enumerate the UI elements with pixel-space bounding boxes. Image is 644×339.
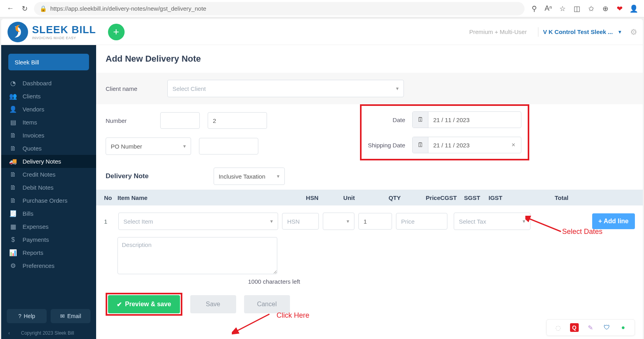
- browser-star-icon[interactable]: ☆: [555, 2, 570, 16]
- item-select[interactable]: Select Item ▼: [118, 213, 278, 230]
- user-name[interactable]: V K Control Test Sleek ...: [543, 28, 613, 35]
- browser-profile-icon[interactable]: 👤: [627, 2, 641, 16]
- sidebar-item-preferences[interactable]: ⚙Preferences: [1, 259, 96, 272]
- table-row: 1 Select Item ▼ ▼ Select Tax ▼ + Add lin…: [96, 205, 643, 237]
- ext-icon-green[interactable]: ●: [619, 323, 627, 332]
- grid-icon: ▦: [8, 223, 18, 230]
- email-button[interactable]: ✉Email: [51, 309, 91, 323]
- add-line-button[interactable]: + Add line: [592, 213, 635, 229]
- price-input[interactable]: [396, 213, 447, 230]
- browser-icon-1[interactable]: ⚲: [527, 2, 541, 16]
- taxation-select[interactable]: Inclusive Taxation ▼: [214, 168, 285, 185]
- ext-icon-q[interactable]: Q: [570, 323, 579, 332]
- lock-icon: 🔒: [40, 5, 47, 12]
- sidebar-item-expenses[interactable]: ▦Expenses: [1, 220, 96, 233]
- sidebar-item-debit-notes[interactable]: 🗎Debit Notes: [1, 181, 96, 194]
- app-logo[interactable]: SLEEK BILL INVOICING MADE EASY: [7, 21, 96, 43]
- clear-icon[interactable]: ×: [511, 141, 521, 149]
- browser-split-icon[interactable]: ◫: [570, 2, 584, 16]
- sidebar-item-delivery-notes[interactable]: 🚚Delivery Notes: [1, 155, 96, 168]
- tax-select[interactable]: Select Tax ▼: [454, 213, 530, 230]
- help-button[interactable]: ?Help: [7, 309, 47, 323]
- client-label: Client name: [106, 85, 167, 92]
- number-prefix-input[interactable]: [160, 112, 200, 129]
- qty-input[interactable]: [358, 213, 392, 230]
- sidebar-item-credit-notes[interactable]: 🗎Credit Notes: [1, 168, 96, 181]
- sidebar-brand[interactable]: Sleek Bill: [8, 54, 89, 70]
- divider: [538, 27, 538, 37]
- sidebar-item-dashboard[interactable]: ◔Dashboard: [1, 77, 96, 90]
- refresh-button[interactable]: ↻: [17, 2, 32, 16]
- chevron-down-icon: ▼: [182, 144, 187, 149]
- plus-icon: +: [599, 218, 602, 225]
- logo-mark-icon: [7, 21, 29, 43]
- chars-left: 1000 characters left: [117, 276, 635, 285]
- sliders-icon: ⚙: [8, 262, 18, 269]
- sidebar-item-purchase-orders[interactable]: 🗎Purchase Orders: [1, 194, 96, 207]
- new-button[interactable]: +: [108, 24, 125, 40]
- chevron-down-icon: ▼: [395, 86, 400, 91]
- browser-collections-icon[interactable]: ⊕: [598, 2, 612, 16]
- preview-save-button[interactable]: ✔ Preview & save: [108, 295, 180, 313]
- mail-icon: ✉: [60, 313, 65, 319]
- sidebar-item-vendors[interactable]: 👤Vendors: [1, 103, 96, 116]
- date-label: Date: [393, 117, 405, 123]
- check-icon: ✔: [117, 301, 122, 308]
- chevron-down-icon: ▼: [269, 219, 274, 224]
- po-icon: 🗎: [8, 197, 18, 204]
- extension-toolbar: ◌ Q ✎ 🛡 ●: [546, 319, 635, 336]
- ext-icon-feather[interactable]: ✎: [586, 323, 595, 332]
- po-select[interactable]: PO Number ▼: [106, 137, 191, 155]
- dollar-icon: $: [8, 236, 18, 243]
- description-textarea[interactable]: [117, 237, 277, 274]
- number-input[interactable]: [208, 112, 267, 129]
- page-title: Add New Delivery Note: [96, 45, 643, 73]
- bill-icon: 🧾: [8, 210, 18, 217]
- sidebar-item-quotes[interactable]: 🗎Quotes: [1, 142, 96, 155]
- premium-label: Premium + Multi-User: [469, 28, 527, 35]
- credit-icon: 🗎: [8, 171, 18, 178]
- calendar-icon: 🗓: [413, 112, 428, 128]
- row-no: 1: [104, 218, 114, 225]
- cancel-button[interactable]: Cancel: [244, 295, 290, 313]
- address-bar[interactable]: 🔒 https://app.sleekbill.in/delivery-note…: [34, 2, 525, 15]
- svg-point-0: [8, 22, 28, 42]
- save-button[interactable]: Save: [190, 295, 236, 313]
- shipping-date-label: Shipping Date: [368, 142, 405, 149]
- chevron-down-icon[interactable]: ▼: [617, 29, 622, 35]
- date-input[interactable]: 🗓 21 / 11 / 2023: [412, 111, 521, 128]
- section-title: Delivery Note: [106, 172, 149, 180]
- debit-icon: 🗎: [8, 184, 18, 191]
- calendar-icon: 🗓: [413, 137, 428, 153]
- unit-select[interactable]: ▼: [323, 213, 354, 230]
- shipping-date-input[interactable]: 🗓 21 / 11 / 2023 ×: [412, 137, 521, 153]
- ext-icon-shield[interactable]: 🛡: [602, 323, 611, 332]
- chevron-down-icon: ▼: [522, 219, 526, 224]
- copyright-text: Copyright 2023 Sleek Bill: [21, 330, 74, 336]
- users-icon: 👥: [8, 92, 18, 100]
- sidebar-item-reports[interactable]: 📊Reports: [1, 246, 96, 259]
- quote-icon: 🗎: [8, 145, 18, 152]
- sidebar-item-invoices[interactable]: 🗎Invoices: [1, 129, 96, 142]
- client-select[interactable]: Select Client ▼: [167, 80, 404, 97]
- vendor-icon: 👤: [8, 105, 18, 113]
- gear-icon[interactable]: ⚙: [630, 27, 637, 37]
- back-button[interactable]: ←: [3, 2, 17, 16]
- preview-save-highlight: ✔ Preview & save: [106, 293, 182, 316]
- chevron-down-icon: ▼: [276, 174, 280, 179]
- box-icon: ▤: [8, 119, 18, 126]
- browser-heart-icon[interactable]: ❤: [612, 2, 627, 16]
- po-input[interactable]: [199, 138, 258, 154]
- sidebar-item-items[interactable]: ▤Items: [1, 116, 96, 129]
- browser-icon-readaloud[interactable]: Aⁿ: [541, 2, 555, 16]
- collapse-icon[interactable]: ‹: [8, 330, 10, 336]
- browser-favorites-icon[interactable]: ✩: [584, 2, 598, 16]
- sidebar-item-bills[interactable]: 🧾Bills: [1, 207, 96, 220]
- number-label: Number: [106, 117, 152, 124]
- ext-icon-1[interactable]: ◌: [554, 323, 563, 332]
- sidebar-item-payments[interactable]: $Payments: [1, 233, 96, 246]
- sidebar-item-clients[interactable]: 👥Clients: [1, 90, 96, 103]
- hsn-input[interactable]: [282, 213, 319, 230]
- url-text: https://app.sleekbill.in/delivery-notes/…: [50, 5, 206, 12]
- logo-title: SLEEK BILL: [32, 24, 96, 36]
